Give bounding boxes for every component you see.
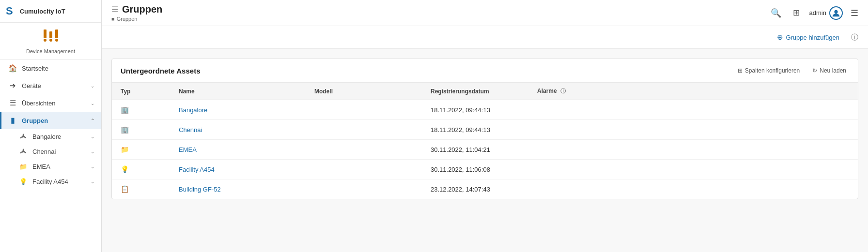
assets-header: Untergeordnete Assets ⊞ Spalten konfigur… (112, 59, 858, 83)
cell-modell (306, 120, 422, 140)
reload-button[interactable]: ↻ Neu laden (809, 66, 849, 75)
col-header-alarme: Alarme ⓘ (528, 83, 858, 100)
col-header-typ: Typ (112, 83, 170, 100)
chevron-down-icon: ⌄ (91, 164, 94, 169)
sidebar-item-bangalore[interactable]: 🟂 Bangalore ⌄ (0, 129, 101, 144)
sidebar-item-label: Geräte (22, 82, 86, 89)
cell-alarm (528, 160, 858, 179)
username-label: admin (809, 9, 826, 16)
sidebar-item-chennai[interactable]: 🟂 Chennai ⌄ (0, 144, 101, 159)
table-row: 🏢 Bangalore 18.11.2022, 09:44:13 (112, 100, 858, 120)
folder-icon: ▮ (8, 116, 17, 125)
sidebar-sub-item-label: Facility A454 (32, 178, 86, 185)
cell-type-icon: 📁 (112, 140, 170, 160)
topbar-sidebar-toggle-icon[interactable]: ☰ (111, 5, 118, 14)
device-management-label: Device Management (26, 48, 75, 54)
list-icon: ☰ (8, 99, 17, 107)
sidebar-item-label: Startseite (22, 65, 94, 72)
topbar-title-area: ☰ Gruppen ■ Gruppen (111, 4, 162, 22)
svg-point-5 (55, 39, 58, 42)
sidebar-item-gruppen[interactable]: ▮ Gruppen ⌃ (0, 112, 101, 129)
cell-type-icon: 🏢 (112, 120, 170, 140)
table-row: 💡 Facility A454 30.11.2022, 11:06:08 (112, 160, 858, 179)
device-management-icon (41, 30, 61, 46)
row-link-building-gf52[interactable]: Building GF-52 (179, 186, 221, 193)
cell-alarm (528, 179, 858, 199)
sidebar-sub-item-label: Chennai (32, 148, 86, 155)
chevron-down-icon: ⌄ (91, 101, 94, 106)
assets-title: Untergeordnete Assets (121, 67, 201, 75)
help-icon[interactable]: ⓘ (851, 33, 858, 42)
sidebar-item-startseite[interactable]: 🏠 Startseite (0, 59, 101, 77)
user-menu[interactable]: admin (809, 6, 843, 20)
row-link-bangalore[interactable]: Bangalore (179, 106, 207, 114)
cell-name[interactable]: Building GF-52 (170, 179, 306, 199)
sidebar-sub-item-label: EMEA (32, 163, 86, 170)
breadcrumb-icon: ■ (111, 16, 115, 22)
sidebar-item-facility-a454[interactable]: 💡 Facility A454 ⌄ (0, 174, 101, 189)
building-icon: 🟂 (19, 133, 28, 140)
cell-alarm (528, 140, 858, 160)
alarm-help-icon[interactable]: ⓘ (560, 88, 566, 94)
add-icon: ⊕ (777, 33, 783, 42)
cell-alarm (528, 100, 858, 120)
home-icon: 🏠 (8, 64, 17, 73)
row-link-emea[interactable]: EMEA (179, 146, 197, 153)
topbar: ☰ Gruppen ■ Gruppen 🔍 ⊞ admin ☰ (102, 0, 868, 26)
row-link-facility-a454[interactable]: Facility A454 (179, 166, 215, 173)
svg-point-3 (44, 39, 46, 42)
sidebar-item-geraete[interactable]: ➔ Geräte ⌄ (0, 77, 101, 94)
cell-date: 30.11.2022, 11:04:21 (422, 140, 528, 160)
table-header-row: Typ Name Modell Registrierungsdatum Alar (112, 83, 858, 100)
svg-point-4 (49, 39, 52, 42)
device-management-section: Device Management (0, 23, 101, 59)
reload-label: Neu laden (820, 67, 846, 74)
breadcrumb-label: Gruppen (117, 16, 138, 22)
cell-date: 18.11.2022, 09:44:13 (422, 120, 528, 140)
svg-rect-0 (44, 30, 46, 38)
content-area: Untergeordnete Assets ⊞ Spalten konfigur… (102, 49, 868, 252)
sidebar: S Cumulocity IoT Device Management 🏠 Sta… (0, 0, 102, 252)
search-icon[interactable]: 🔍 (769, 6, 783, 20)
table-row: 🏢 Chennai 18.11.2022, 09:44:13 (112, 120, 858, 140)
reload-icon: ↻ (812, 67, 817, 74)
svg-rect-2 (55, 30, 58, 38)
configure-label: Spalten konfigurieren (745, 67, 800, 74)
cell-type-icon: 📋 (112, 179, 170, 199)
svg-point-6 (834, 10, 837, 13)
cell-name[interactable]: Chennai (170, 120, 306, 140)
chevron-down-icon: ⌄ (91, 134, 94, 139)
table-row: 📁 EMEA 30.11.2022, 11:04:21 (112, 140, 858, 160)
chevron-down-icon: ⌄ (91, 179, 94, 184)
app-logo[interactable]: S Cumulocity IoT (0, 0, 101, 23)
cell-name[interactable]: EMEA (170, 140, 306, 160)
cell-modell (306, 100, 422, 120)
cell-name[interactable]: Bangalore (170, 100, 306, 120)
chevron-down-icon: ⌄ (91, 149, 94, 154)
row-link-chennai[interactable]: Chennai (179, 126, 202, 133)
cell-alarm (528, 120, 858, 140)
logo-letter: S (6, 5, 13, 17)
menu-icon[interactable]: ☰ (851, 8, 858, 18)
cell-type-icon: 💡 (112, 160, 170, 179)
page-title: Gruppen (122, 4, 162, 15)
configure-columns-button[interactable]: ⊞ Spalten konfigurieren (735, 66, 803, 75)
cell-type-icon: 🏢 (112, 100, 170, 120)
bulb-icon: 💡 (19, 178, 28, 185)
apps-grid-icon[interactable]: ⊞ (791, 6, 802, 20)
cell-name[interactable]: Facility A454 (170, 160, 306, 179)
cell-modell (306, 179, 422, 199)
configure-icon: ⊞ (738, 67, 743, 74)
col-header-date: Registrierungsdatum (422, 83, 528, 100)
sidebar-item-emea[interactable]: 📁 EMEA ⌄ (0, 159, 101, 174)
breadcrumb: ■ Gruppen (111, 16, 162, 22)
assets-actions: ⊞ Spalten konfigurieren ↻ Neu laden (735, 66, 849, 75)
col-header-name: Name (170, 83, 306, 100)
cell-date: 30.11.2022, 11:06:08 (422, 160, 528, 179)
cell-date: 18.11.2022, 09:44:13 (422, 100, 528, 120)
sidebar-sub-item-label: Bangalore (32, 133, 86, 140)
avatar (829, 6, 843, 20)
sidebar-item-uebersichten[interactable]: ☰ Übersichten ⌄ (0, 94, 101, 112)
svg-rect-1 (49, 31, 52, 38)
add-group-button[interactable]: ⊕ Gruppe hinzufügen (773, 31, 843, 44)
